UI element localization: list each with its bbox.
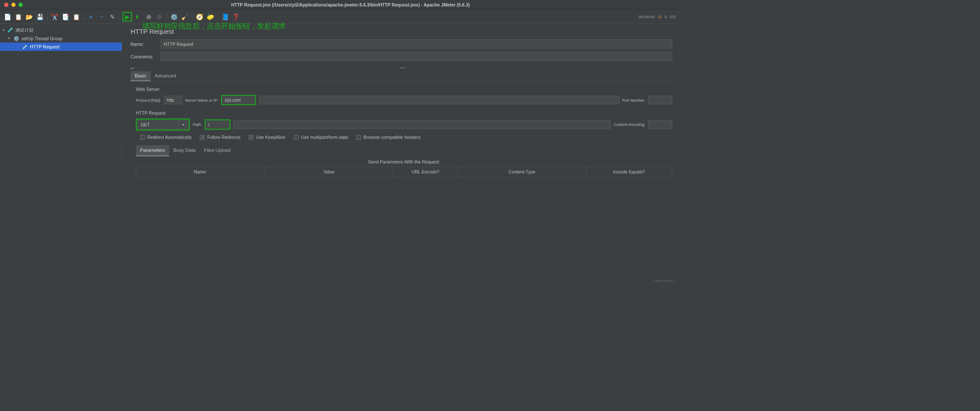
config-tabs: Basic Advanced: [131, 71, 673, 82]
checkbox-follow-redirects[interactable]: Follow Redirects: [200, 135, 240, 140]
cut-icon[interactable]: ✂️: [50, 12, 60, 21]
path-input-ext[interactable]: [234, 120, 611, 128]
encoding-label: Content encoding:: [614, 122, 645, 127]
web-server-legend: Web Server: [136, 87, 672, 92]
checkbox-browser-headers[interactable]: Browser-compatible headers: [356, 135, 421, 140]
save-icon[interactable]: 💾: [35, 12, 45, 21]
warning-icon[interactable]: ⚠: [658, 14, 662, 19]
editor-panel: HTTP Request Name: Comments: ▴▾ ••• Basi…: [125, 24, 678, 284]
dropper-icon: 💉: [22, 43, 28, 50]
close-window-icon[interactable]: [4, 3, 9, 7]
flask-icon: 🧪: [7, 27, 14, 33]
new-icon[interactable]: 📄: [3, 12, 13, 21]
toolbar: 📄 📋 📂 💾 ✂️ 📑 📋 ＋ － ✎ ▶ ⏵ ⬣ ⊘ ⚙️ 🧹 🧭 🧽 📘 …: [0, 10, 678, 24]
port-input[interactable]: [648, 96, 672, 104]
server-input-ext[interactable]: [259, 96, 619, 104]
titlebar: HTTP Request.jmx (/Users/ziyi2/Applicati…: [0, 0, 678, 10]
comments-input[interactable]: [160, 52, 672, 61]
help-icon[interactable]: ❓: [231, 12, 240, 21]
annotation-text: 填写好对应信息后，点击开始按钮，发起请求: [142, 22, 286, 31]
window-title: HTTP Request.jmx (/Users/ziyi2/Applicati…: [23, 2, 678, 7]
toolbar-status: 00:00:00 ⚠ 0 0/0: [638, 14, 676, 19]
method-value: GET: [141, 122, 150, 127]
checkbox-redirect-auto[interactable]: Redirect Automatically: [140, 135, 192, 140]
shutdown-icon[interactable]: ⊘: [155, 12, 164, 21]
watermark: CSDN @NPE~: [653, 279, 676, 283]
open-icon[interactable]: 📂: [25, 12, 34, 21]
parameters-table[interactable]: Name: Value URL Encode? Content-Type Inc…: [136, 167, 672, 177]
tree-root-test-plan[interactable]: ▾ 🧪 测试计划: [0, 26, 122, 34]
tree-http-request[interactable]: 💉 HTTP Request: [0, 42, 122, 51]
chevron-down-icon: ▼: [179, 120, 185, 128]
tab-advanced[interactable]: Advanced: [151, 71, 180, 81]
window-controls: [0, 3, 23, 7]
clear-icon[interactable]: 🧭: [195, 12, 204, 21]
copy-icon[interactable]: 📑: [61, 12, 70, 21]
test-plan-tree[interactable]: ▾ 🧪 测试计划 ▾ ⚙️ setUp Thread Group 💉 HTTP …: [0, 24, 122, 284]
function-helper-icon[interactable]: 📘: [220, 12, 230, 21]
tree-root-label: 测试计划: [16, 27, 34, 33]
protocol-label: Protocol [http]:: [136, 98, 161, 102]
stop-icon[interactable]: ⬣: [144, 12, 154, 21]
clear-all-icon[interactable]: 🧽: [205, 12, 215, 21]
start-button[interactable]: ▶: [122, 12, 132, 21]
http-request-legend: HTTP Request: [136, 110, 672, 116]
tab-basic[interactable]: Basic: [131, 71, 151, 81]
gear-icon: ⚙️: [13, 35, 19, 42]
col-value[interactable]: Value: [265, 167, 393, 177]
start-no-pause-icon[interactable]: ⏵: [133, 12, 143, 21]
protocol-input[interactable]: [164, 96, 182, 104]
thread-count: 0/0: [670, 14, 676, 19]
expand-icon[interactable]: ＋: [86, 12, 96, 21]
checkbox-multipart[interactable]: Use multipart/form-data: [294, 135, 348, 140]
body-tabs: Parameters Body Data Files Upload: [131, 145, 673, 157]
error-count: 0: [665, 14, 667, 19]
chevron-down-icon[interactable]: ▾: [8, 36, 13, 40]
params-table-title: Send Parameters With the Request:: [136, 159, 672, 164]
subtab-files-upload[interactable]: Files Upload: [200, 145, 235, 157]
minimize-window-icon[interactable]: [11, 3, 16, 7]
chevron-down-icon[interactable]: ▾: [3, 28, 7, 32]
subtab-body-data[interactable]: Body Data: [169, 145, 200, 157]
subtab-parameters[interactable]: Parameters: [136, 145, 169, 157]
tree-thread-group[interactable]: ▾ ⚙️ setUp Thread Group: [0, 34, 122, 42]
server-input[interactable]: [222, 96, 255, 104]
name-input[interactable]: [160, 39, 672, 48]
toggle-icon[interactable]: ✎: [108, 12, 117, 21]
method-dropdown[interactable]: GET ▼: [138, 120, 189, 129]
triangle-up-icon: ▴▾: [131, 66, 134, 70]
path-label: Path:: [193, 122, 202, 127]
name-label: Name:: [131, 42, 160, 47]
encoding-input[interactable]: [648, 120, 672, 128]
col-content-type[interactable]: Content-Type: [458, 167, 586, 177]
remote-stop-icon[interactable]: 🧹: [180, 12, 190, 21]
tree-group-label: setUp Thread Group: [22, 36, 62, 41]
port-label: Port Number:: [622, 98, 645, 102]
maximize-window-icon[interactable]: [19, 3, 23, 7]
comments-label: Comments:: [131, 54, 160, 59]
paste-icon[interactable]: 📋: [71, 12, 81, 21]
tree-sampler-label: HTTP Request: [30, 44, 59, 49]
collapse-bar[interactable]: ▴▾ •••: [131, 66, 673, 70]
checkbox-keepalive[interactable]: Use KeepAlive: [249, 135, 285, 140]
col-include-equals[interactable]: Include Equals?: [586, 167, 672, 177]
col-url-encode[interactable]: URL Encode?: [393, 167, 458, 177]
elapsed-time: 00:00:00: [638, 14, 655, 19]
server-label: Server Name or IP:: [185, 98, 218, 102]
collapse-icon[interactable]: －: [97, 12, 106, 21]
remote-start-icon[interactable]: ⚙️: [170, 12, 179, 21]
col-name[interactable]: Name:: [136, 167, 265, 177]
path-input[interactable]: [206, 120, 230, 128]
templates-icon[interactable]: 📋: [14, 12, 23, 21]
